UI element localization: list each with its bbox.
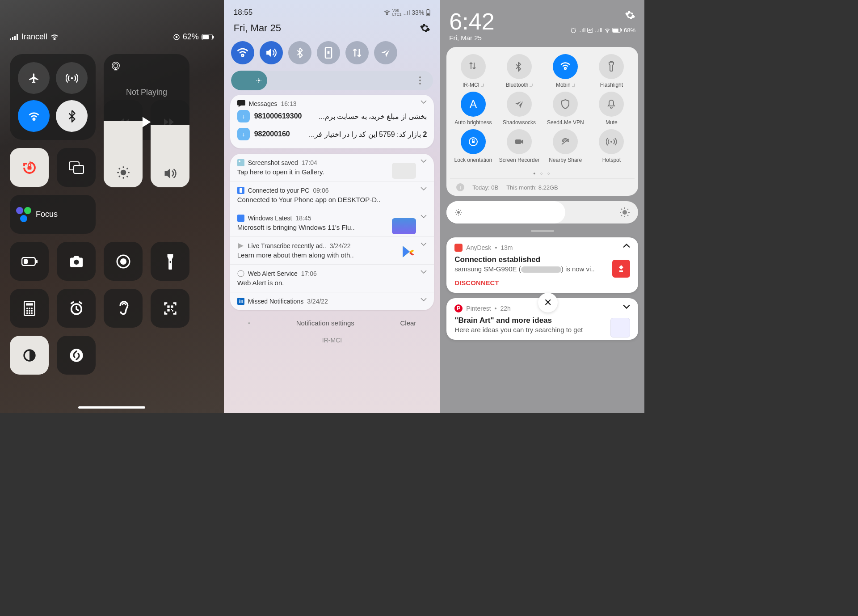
toggle-seed4-me-vpn[interactable]: Seed4.Me VPN [545, 92, 586, 126]
bluetooth-toggle[interactable] [56, 100, 88, 132]
svg-rect-30 [169, 261, 171, 263]
low-power-button[interactable] [10, 242, 49, 281]
rotate-lock-toggle[interactable] [317, 41, 340, 64]
settings-gear-icon[interactable] [420, 23, 430, 34]
web-alert-notification[interactable]: Web Alert Service 17:06 Web Alert is on. [230, 265, 434, 292]
svg-rect-54 [327, 51, 329, 54]
calculator-icon [24, 301, 35, 316]
samsung-status-bar: 18:55 Vo8LTE1 ..ıl 33% [230, 5, 434, 17]
app-name-label: AnyDesk [466, 244, 491, 251]
chevron-down-icon[interactable] [421, 270, 427, 274]
chevron-down-icon[interactable] [623, 304, 630, 309]
dark-mode-toggle[interactable] [10, 336, 49, 375]
chevron-down-icon[interactable] [421, 298, 427, 301]
screen-mirror-button[interactable] [57, 148, 96, 187]
notif-body: Connected to Your Phone app on DESKTOP-D… [237, 196, 427, 203]
live-transcribe-notification[interactable]: Live Transcribe recently ad.. 3/24/22 Le… [230, 237, 434, 265]
anydesk-notification[interactable]: AnyDesk • 13m Connection established sam… [446, 237, 638, 293]
settings-gear-icon[interactable] [625, 10, 635, 21]
home-indicator[interactable] [78, 406, 145, 409]
toggle-lock-orientation[interactable]: Lock orientation [453, 129, 494, 163]
toggle-flashlight[interactable]: Flashlight [591, 54, 632, 88]
svg-rect-0 [10, 38, 11, 40]
svg-point-38 [31, 310, 33, 312]
volume-slider[interactable] [151, 100, 189, 187]
chevron-down-icon[interactable] [421, 159, 427, 163]
qr-scan-button[interactable] [151, 289, 189, 328]
svg-rect-2 [14, 36, 16, 40]
data-sync-toggle[interactable] [345, 41, 369, 64]
close-button[interactable]: ✕ [538, 293, 558, 312]
bluetooth-toggle[interactable] [288, 41, 311, 64]
connectivity-card[interactable] [10, 54, 96, 140]
pinterest-notification[interactable]: ✕ P Pinterest • 22h "Brain Art" and more… [446, 298, 638, 340]
toggle-auto-brightness[interactable]: A Auto brightness [453, 92, 494, 126]
record-button[interactable] [104, 242, 143, 281]
svg-point-82 [610, 141, 612, 143]
svg-line-20 [119, 168, 120, 169]
notif-title: Connection established [454, 255, 630, 264]
app-name-label: Pinterest [466, 305, 491, 312]
notif-title: Windows Latest [248, 215, 292, 222]
flashlight-icon [167, 253, 174, 270]
brightness-slider[interactable] [104, 100, 143, 187]
toggle-bluetooth[interactable]: Bluetooth [499, 54, 540, 88]
more-vert-icon[interactable] [419, 76, 421, 84]
shazam-button[interactable] [57, 336, 96, 375]
screenshot-notification[interactable]: Screenshot saved 17:04 Tap here to open … [230, 154, 434, 181]
orientation-lock-toggle[interactable] [10, 148, 49, 187]
chevron-down-icon[interactable] [421, 100, 427, 104]
svg-rect-32 [26, 303, 33, 305]
alarm-icon [69, 301, 84, 316]
toggle-shadowsocks[interactable]: Shadowsocks [499, 92, 540, 126]
alarm-button[interactable] [57, 289, 96, 328]
battery-icon [612, 28, 622, 33]
airplane-mode-toggle[interactable] [18, 62, 50, 94]
chevron-down-icon[interactable] [421, 215, 427, 218]
chevron-down-icon[interactable] [421, 242, 427, 246]
windows-latest-notification[interactable]: Windows Latest 18:45 Microsoft is bringi… [230, 209, 434, 237]
missed-notifications[interactable]: in Missed Notifications 3/24/22 [230, 292, 434, 310]
wifi-toggle[interactable] [231, 41, 254, 64]
notif-time: 22h [500, 305, 511, 312]
notif-title: Missed Notifications [248, 298, 304, 305]
wifi-toggle[interactable] [18, 100, 50, 132]
flashlight-button[interactable] [151, 242, 189, 281]
focus-toggle[interactable]: Focus [10, 195, 96, 234]
brightness-slider[interactable] [231, 71, 433, 90]
clear-button[interactable]: Clear [400, 319, 416, 327]
location-toggle[interactable] [374, 41, 397, 64]
messages-notification-group[interactable]: Messages 16:13 ↓ 981000619300 بخشی از مب… [230, 95, 434, 148]
page-indicator[interactable]: ● ○ ○ [450, 167, 635, 178]
bluetooth-icon [514, 61, 525, 72]
shazam-icon [69, 348, 84, 363]
airplay-icon[interactable] [111, 61, 121, 71]
cellular-data-toggle[interactable] [56, 62, 88, 94]
camera-button[interactable] [57, 242, 96, 281]
svg-point-66 [239, 160, 240, 162]
toggle-ir-mci[interactable]: IR-MCI [453, 54, 494, 88]
notif-title: Connected to your PC [248, 187, 310, 194]
toggle-mobin[interactable]: Mobin [545, 54, 586, 88]
brightness-slider[interactable] [446, 201, 638, 224]
yourphone-notification[interactable]: Connected to your PC 09:06 Connected to … [230, 181, 434, 209]
wifi-icon [50, 34, 59, 40]
disconnect-button[interactable]: DISCONNECT [454, 279, 630, 287]
yourphone-icon [237, 187, 244, 194]
svg-rect-46 [171, 309, 172, 310]
hearing-button[interactable] [104, 289, 143, 328]
portrait-icon [324, 47, 332, 59]
toggle-nearby-share[interactable]: Nearby Share [545, 129, 586, 163]
svg-point-33 [26, 308, 28, 309]
samsung-notification-panel: 18:55 Vo8LTE1 ..ıl 33% Fri, Mar 25 Messa… [224, 0, 441, 413]
toggle-mute[interactable]: Mute [591, 92, 632, 126]
toggle-screen-recorder[interactable]: Screen Recorder [499, 129, 540, 163]
calculator-button[interactable] [10, 289, 49, 328]
chevron-down-icon[interactable] [421, 187, 427, 190]
chevron-up-icon[interactable] [623, 244, 630, 248]
sound-toggle[interactable] [260, 41, 283, 64]
drag-handle[interactable] [531, 230, 554, 232]
toggle-hotspot[interactable]: Hotspot [591, 129, 632, 163]
notif-body: Here are ideas you can try searching to … [454, 326, 630, 333]
notification-settings-link[interactable]: Notification settings [296, 319, 354, 327]
